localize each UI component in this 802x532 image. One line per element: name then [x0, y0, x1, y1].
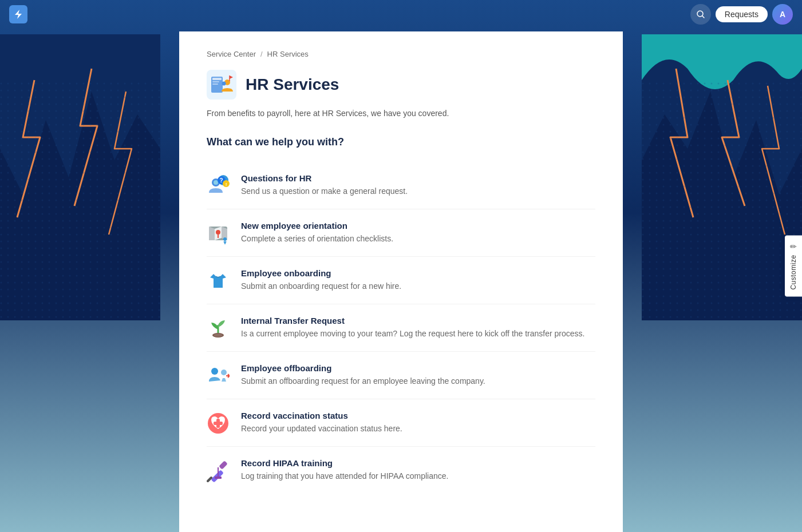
svg-point-33 — [221, 370, 227, 375]
service-content-vaccination: Record vaccination status Record your up… — [241, 411, 595, 435]
orientation-icon — [207, 222, 230, 245]
service-content-transfer: Internal Transfer Request Is a current e… — [241, 316, 595, 340]
service-title-offboarding: Employee offboarding — [241, 363, 595, 373]
avatar[interactable]: A — [772, 4, 793, 25]
service-item-questions-hr[interactable]: ? ! Questions for HR Send us a question … — [207, 162, 595, 209]
service-content-offboarding: Employee offboarding Submit an offboardi… — [241, 363, 595, 387]
offboarding-icon — [207, 364, 230, 387]
service-content-orientation: New employee orientation Complete a seri… — [241, 221, 595, 245]
svg-text:?: ? — [219, 177, 223, 184]
section-heading: What can we help you with? — [207, 136, 595, 148]
svg-point-14 — [222, 82, 226, 86]
service-desc-orientation: Complete a series of orientation checkli… — [241, 233, 595, 245]
service-item-offboarding[interactable]: Employee offboarding Submit an offboardi… — [207, 352, 595, 399]
service-title-hipaa: Record HIPAA training — [241, 458, 595, 468]
service-desc-transfer: Is a current employee moving to your tea… — [241, 328, 595, 340]
svg-rect-41 — [215, 477, 222, 479]
service-item-vaccination[interactable]: Record vaccination status Record your up… — [207, 399, 595, 447]
svg-rect-38 — [211, 470, 224, 482]
nav-right-area: Requests A — [690, 4, 793, 25]
svg-line-7 — [702, 16, 704, 18]
breadcrumb-separator: / — [260, 50, 263, 58]
svg-point-32 — [211, 368, 218, 375]
svg-point-18 — [214, 180, 218, 185]
service-desc-questions-hr: Send us a question or make a general req… — [241, 185, 595, 197]
service-desc-offboarding: Submit an offboarding request for an emp… — [241, 375, 595, 387]
page-title: HR Services — [246, 76, 339, 94]
service-desc-hipaa: Log training that you have attended for … — [241, 470, 595, 482]
service-content-questions-hr: Questions for HR Send us a question or m… — [241, 173, 595, 197]
service-item-hipaa[interactable]: Record HIPAA training Log training that … — [207, 447, 595, 494]
breadcrumb-current: HR Services — [267, 50, 309, 58]
svg-point-31 — [214, 334, 223, 337]
page-description: From benefits to payroll, here at HR Ser… — [207, 109, 595, 118]
service-item-orientation[interactable]: New employee orientation Complete a seri… — [207, 209, 595, 257]
service-list: ? ! Questions for HR Send us a question … — [207, 162, 595, 494]
search-button[interactable] — [690, 4, 711, 25]
service-item-transfer[interactable]: Internal Transfer Request Is a current e… — [207, 304, 595, 352]
svg-text:!: ! — [226, 182, 227, 187]
customize-label: Customize — [789, 255, 797, 289]
svg-rect-39 — [219, 460, 228, 470]
svg-line-40 — [208, 478, 211, 481]
top-navigation: Requests A — [0, 0, 802, 29]
questions-hr-icon: ? ! — [207, 174, 230, 197]
main-wrapper: Service Center / HR Services — [0, 0, 802, 532]
service-title-vaccination: Record vaccination status — [241, 411, 595, 420]
svg-rect-10 — [212, 78, 222, 80]
breadcrumb-parent[interactable]: Service Center — [207, 50, 256, 58]
svg-rect-11 — [212, 81, 219, 82]
svg-rect-37 — [214, 422, 223, 425]
service-title-transfer: Internal Transfer Request — [241, 316, 595, 325]
customize-tab[interactable]: ✏ Customize — [785, 235, 802, 296]
service-desc-vaccination: Record your updated vaccination status h… — [241, 423, 595, 435]
page-icon — [207, 70, 236, 100]
svg-point-25 — [216, 230, 220, 235]
hipaa-icon — [207, 459, 230, 482]
service-desc-onboarding: Submit an onboarding request for a new h… — [241, 280, 595, 292]
svg-point-27 — [223, 237, 227, 241]
breadcrumb: Service Center / HR Services — [207, 50, 595, 58]
customize-icon: ✏ — [790, 242, 797, 251]
service-title-orientation: New employee orientation — [241, 221, 595, 231]
content-card: Service Center / HR Services — [179, 31, 623, 532]
app-logo[interactable] — [9, 5, 27, 23]
requests-button[interactable]: Requests — [716, 6, 768, 22]
service-title-onboarding: Employee onboarding — [241, 268, 595, 278]
service-content-onboarding: Employee onboarding Submit an onboarding… — [241, 268, 595, 292]
service-title-questions-hr: Questions for HR — [241, 173, 595, 183]
onboarding-icon — [207, 269, 230, 292]
svg-rect-12 — [212, 84, 218, 85]
service-content-hipaa: Record HIPAA training Log training that … — [241, 458, 595, 482]
vaccination-icon — [207, 412, 230, 435]
page-header: HR Services — [207, 70, 595, 100]
service-item-onboarding[interactable]: Employee onboarding Submit an onboarding… — [207, 257, 595, 304]
transfer-icon — [207, 317, 230, 340]
